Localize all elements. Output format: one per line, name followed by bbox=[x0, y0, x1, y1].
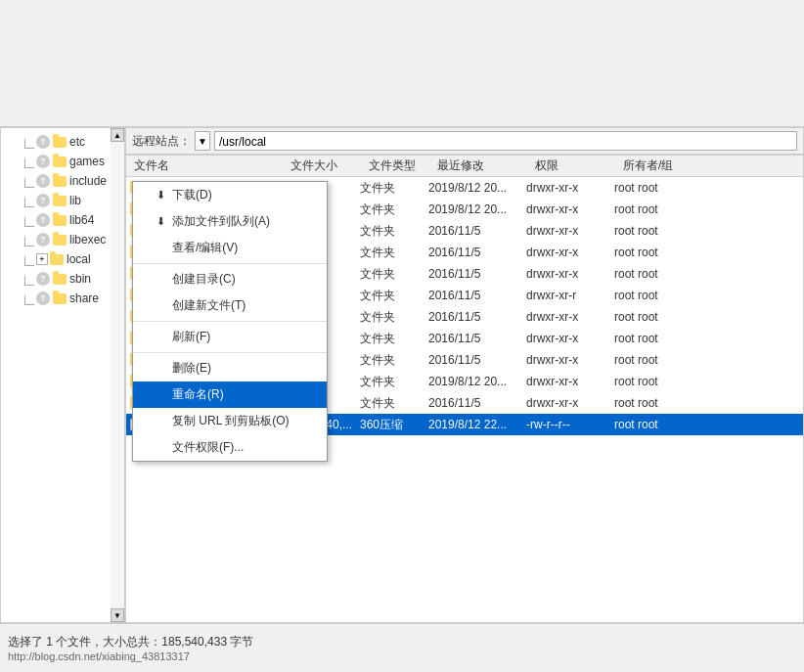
col-perms-header[interactable]: 权限 bbox=[531, 157, 619, 174]
folder-icon-lib64 bbox=[53, 215, 67, 226]
file-perms-cell: drwxr-xr-x bbox=[526, 353, 614, 367]
file-type-cell: 文件夹 bbox=[360, 374, 428, 390]
tree-item-lib64[interactable]: ?lib64 bbox=[1, 210, 111, 230]
tree-label-etc: etc bbox=[69, 135, 85, 149]
file-owner-cell: root root bbox=[614, 310, 702, 324]
col-filename-header[interactable]: 文件名 bbox=[130, 157, 287, 174]
tree-question-include: ? bbox=[36, 174, 50, 188]
file-perms-cell: -rw-r--r-- bbox=[526, 418, 614, 431]
file-owner-cell: root root bbox=[614, 181, 702, 195]
col-filetype-header[interactable]: 文件类型 bbox=[365, 157, 433, 174]
file-perms-cell: drwxr-xr-x bbox=[526, 267, 614, 281]
menu-item-delete[interactable]: 删除(E) bbox=[133, 355, 327, 381]
menu-item-create-file[interactable]: 创建新文件(T) bbox=[133, 292, 327, 319]
status-bar: 选择了 1 个文件，大小总共：185,540,433 字节 http://blo… bbox=[0, 623, 804, 672]
file-perms-cell: drwxr-xr-x bbox=[526, 375, 614, 388]
file-owner-cell: root root bbox=[614, 353, 702, 367]
scroll-up-btn[interactable]: ▲ bbox=[111, 128, 124, 142]
file-modified-cell: 2016/11/5 bbox=[428, 267, 526, 281]
scroll-track bbox=[111, 142, 124, 608]
tree-question-sbin: ? bbox=[36, 272, 50, 286]
menu-item-create-dir[interactable]: 创建目录(C) bbox=[133, 266, 327, 292]
tree-expand-local[interactable]: + bbox=[36, 253, 48, 265]
folder-icon-share bbox=[53, 293, 67, 304]
file-type-cell: 文件夹 bbox=[360, 331, 428, 347]
file-owner-cell: root root bbox=[614, 396, 702, 410]
path-input[interactable]: /usr/local bbox=[214, 131, 797, 151]
menu-icon-download: ⬇ bbox=[153, 189, 168, 202]
menu-item-label-rename: 重命名(R) bbox=[172, 386, 224, 403]
tree-question-share: ? bbox=[36, 291, 50, 305]
file-modified-cell: 2016/11/5 bbox=[428, 246, 526, 259]
col-filesize-header[interactable]: 文件大小 bbox=[287, 157, 365, 174]
file-perms-cell: drwxr-xr-x bbox=[526, 246, 614, 259]
menu-separator bbox=[133, 321, 327, 322]
file-modified-cell: 2016/11/5 bbox=[428, 224, 526, 238]
tree-question-lib64: ? bbox=[36, 213, 50, 227]
menu-item-label-delete: 删除(E) bbox=[172, 360, 211, 377]
file-owner-cell: root root bbox=[614, 202, 702, 216]
tree-item-lib[interactable]: ?lib bbox=[1, 191, 111, 210]
col-owner-header[interactable]: 所有者/组 bbox=[619, 157, 707, 174]
scroll-down-btn[interactable]: ▼ bbox=[111, 608, 124, 622]
menu-item-label-create-dir: 创建目录(C) bbox=[172, 271, 236, 288]
file-owner-cell: root root bbox=[614, 375, 702, 388]
path-dropdown[interactable]: ▼ bbox=[195, 131, 210, 151]
file-owner-cell: root root bbox=[614, 418, 702, 431]
tree-question-libexec: ? bbox=[36, 233, 50, 246]
tree-question-games: ? bbox=[36, 155, 50, 168]
menu-item-refresh[interactable]: 刷新(F) bbox=[133, 324, 327, 350]
file-type-cell: 文件夹 bbox=[360, 245, 428, 261]
menu-item-label-add-queue: 添加文件到队列(A) bbox=[172, 213, 270, 230]
file-type-cell: 文件夹 bbox=[360, 309, 428, 326]
menu-item-download[interactable]: ⬇下载(D) bbox=[133, 182, 327, 208]
tree-label-share: share bbox=[69, 291, 99, 305]
file-type-cell: 文件夹 bbox=[360, 395, 428, 412]
tree-label-local: local bbox=[67, 252, 91, 266]
folder-icon-libexec bbox=[53, 235, 67, 246]
file-perms-cell: drwxr-xr-x bbox=[526, 224, 614, 238]
file-type-cell: 文件夹 bbox=[360, 288, 428, 304]
tree-question-etc: ? bbox=[36, 135, 50, 149]
menu-item-add-queue[interactable]: ⬇添加文件到队列(A) bbox=[133, 208, 327, 235]
menu-item-label-view-edit: 查看/编辑(V) bbox=[172, 240, 238, 256]
file-modified-cell: 2019/8/12 20... bbox=[428, 375, 526, 388]
menu-item-view-edit[interactable]: 查看/编辑(V) bbox=[133, 235, 327, 261]
menu-item-label-permissions: 文件权限(F)... bbox=[172, 439, 244, 456]
menu-item-copy-url[interactable]: 复制 URL 到剪贴板(O) bbox=[133, 408, 327, 434]
menu-separator bbox=[133, 352, 327, 353]
menu-item-label-download: 下载(D) bbox=[172, 187, 212, 203]
tree-item-include[interactable]: ?include bbox=[1, 171, 111, 191]
file-modified-cell: 2019/8/12 22... bbox=[428, 418, 526, 431]
file-perms-cell: drwxr-xr-x bbox=[526, 310, 614, 324]
file-modified-cell: 2016/11/5 bbox=[428, 353, 526, 367]
tree-item-local[interactable]: +local bbox=[1, 249, 111, 269]
tree-item-sbin[interactable]: ?sbin bbox=[1, 269, 111, 289]
menu-item-permissions[interactable]: 文件权限(F)... bbox=[133, 434, 327, 461]
tree-item-libexec[interactable]: ?libexec bbox=[1, 230, 111, 249]
left-scrollbar: ▲ ▼ bbox=[111, 128, 124, 622]
menu-item-rename[interactable]: 重命名(R) bbox=[133, 381, 327, 408]
remote-path-bar: 远程站点： ▼ /usr/local bbox=[125, 127, 804, 155]
file-type-cell: 文件夹 bbox=[360, 180, 428, 197]
menu-separator bbox=[133, 263, 327, 264]
context-menu: ⬇下载(D)⬇添加文件到队列(A)查看/编辑(V)创建目录(C)创建新文件(T)… bbox=[132, 181, 328, 462]
menu-item-label-refresh: 刷新(F) bbox=[172, 329, 210, 345]
tree-item-games[interactable]: ?games bbox=[1, 152, 111, 171]
tree-item-share[interactable]: ?share bbox=[1, 289, 111, 308]
tree-label-libexec: libexec bbox=[69, 233, 106, 246]
menu-item-label-copy-url: 复制 URL 到剪贴板(O) bbox=[172, 413, 290, 429]
tree-content: ?etc?games?include?lib?lib64?libexec+loc… bbox=[1, 128, 111, 312]
toolbar-area bbox=[0, 0, 804, 127]
left-tree-panel: ▲ ▼ ?etc?games?include?lib?lib64?libexec… bbox=[0, 127, 125, 623]
col-modified-header[interactable]: 最近修改 bbox=[433, 157, 531, 174]
file-perms-cell: drwxr-xr-x bbox=[526, 396, 614, 410]
folder-icon-games bbox=[53, 157, 67, 167]
file-type-cell: 文件夹 bbox=[360, 266, 428, 283]
file-owner-cell: root root bbox=[614, 332, 702, 345]
file-modified-cell: 2016/11/5 bbox=[428, 332, 526, 345]
file-modified-cell: 2016/11/5 bbox=[428, 310, 526, 324]
remote-label: 远程站点： bbox=[132, 133, 191, 150]
file-owner-cell: root root bbox=[614, 289, 702, 302]
tree-item-etc[interactable]: ?etc bbox=[1, 132, 111, 152]
